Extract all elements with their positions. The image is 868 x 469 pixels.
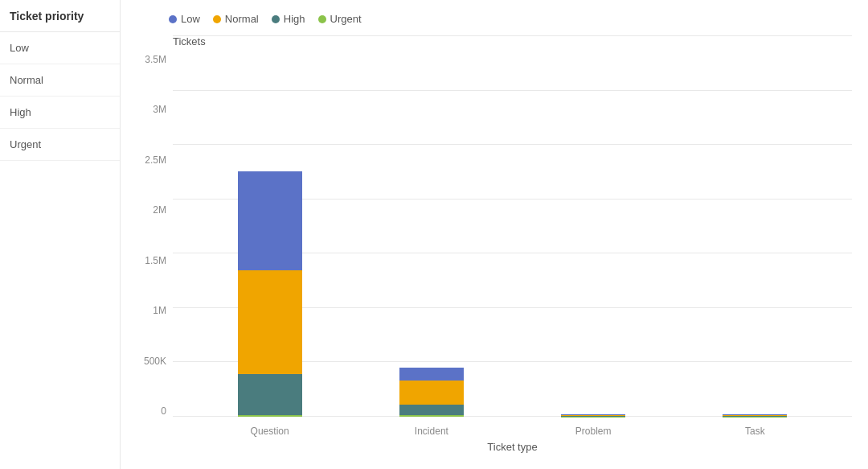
sidebar-item-urgent[interactable]: Urgent: [0, 129, 120, 161]
legend-item-low: Low: [169, 13, 200, 25]
x-label-task: Task: [745, 426, 765, 437]
y-label-0: 0: [161, 405, 166, 417]
y-label-3m: 3M: [153, 104, 166, 115]
bar-segment-high: [238, 374, 302, 416]
sidebar: Ticket priority Low Normal High Urgent: [0, 0, 121, 469]
legend-dot-urgent: [318, 15, 326, 23]
bar-group-question[interactable]: [189, 171, 350, 417]
x-label-question: Question: [251, 426, 289, 437]
legend-item-high: High: [272, 13, 305, 25]
legend-dot-high: [272, 15, 280, 23]
legend-item-urgent: Urgent: [318, 13, 362, 25]
x-label-group: Problem: [513, 426, 674, 437]
bar-group-incident[interactable]: [350, 368, 512, 417]
y-axis: 3.5M 3M 2.5M 2M 1.5M 1M 500K 0: [129, 31, 173, 453]
sidebar-item-low[interactable]: Low: [0, 32, 120, 64]
stacked-bar-task: [723, 414, 787, 417]
bar-segment-urgent: [399, 415, 464, 417]
y-label-500k: 500K: [144, 356, 166, 367]
main-chart-area: Low Normal High Urgent Tickets 3.5M 3M 2…: [121, 0, 868, 469]
y-label-3500k: 3.5M: [145, 54, 166, 65]
sidebar-item-high[interactable]: High: [0, 97, 120, 129]
x-label-group: Question: [189, 426, 350, 437]
bar-group-task[interactable]: [674, 414, 836, 417]
legend-label-high: High: [284, 13, 305, 25]
y-label-2m: 2M: [153, 204, 166, 216]
x-axis: QuestionIncidentProblemTask: [173, 426, 852, 437]
chart-legend: Low Normal High Urgent: [129, 6, 852, 31]
x-label-group: Incident: [350, 426, 512, 437]
bar-segment-normal: [238, 270, 302, 374]
x-label-incident: Incident: [415, 426, 448, 437]
sidebar-item-normal[interactable]: Normal: [0, 64, 120, 97]
y-label-1500k: 1.5M: [145, 255, 166, 266]
stacked-bar-problem: [561, 414, 625, 417]
bar-group-problem[interactable]: [513, 414, 674, 417]
x-axis-title: Ticket type: [173, 441, 852, 453]
x-label-problem: Problem: [575, 426, 612, 437]
x-label-group: Task: [674, 426, 836, 437]
bar-segment-urgent: [238, 415, 302, 417]
bars-container: [173, 35, 852, 417]
stacked-bar-incident: [399, 368, 464, 417]
sidebar-title: Ticket priority: [0, 0, 120, 32]
y-label-1m: 1M: [153, 305, 166, 316]
bar-segment-low: [399, 368, 464, 381]
bar-segment-low: [238, 171, 302, 270]
chart-inner: QuestionIncidentProblemTask Ticket type: [173, 31, 852, 453]
sidebar-item-label: Normal: [10, 74, 43, 86]
legend-dot-normal: [213, 15, 221, 23]
sidebar-item-label: Urgent: [10, 138, 41, 150]
y-label-2500k: 2.5M: [145, 154, 166, 166]
legend-label-normal: Normal: [225, 13, 259, 25]
legend-item-normal: Normal: [213, 13, 259, 25]
legend-dot-low: [169, 15, 177, 23]
legend-label-urgent: Urgent: [330, 13, 362, 25]
bar-segment-high: [399, 405, 464, 416]
stacked-bar-question: [238, 171, 302, 417]
sidebar-item-label: Low: [10, 42, 29, 54]
sidebar-item-label: High: [10, 106, 31, 118]
bar-segment-normal: [399, 381, 464, 404]
chart-area: Tickets 3.5M 3M 2.5M 2M 1.5M 1M 500K 0: [129, 31, 852, 453]
legend-label-low: Low: [181, 13, 200, 25]
